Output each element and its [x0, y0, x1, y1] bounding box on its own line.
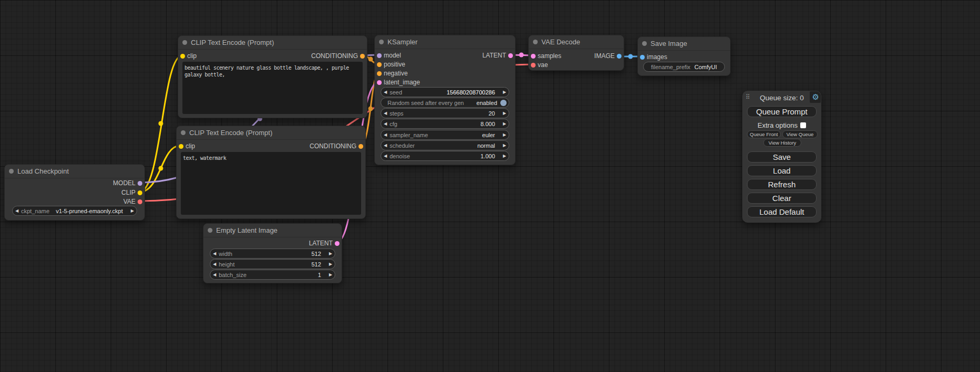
arrow-left-icon[interactable]: ◀: [210, 251, 219, 256]
arrow-right-icon[interactable]: ▶: [326, 272, 335, 277]
arrow-right-icon[interactable]: ▶: [500, 111, 509, 116]
collapse-dot-icon[interactable]: [379, 40, 384, 44]
arrow-left-icon[interactable]: ◀: [381, 132, 390, 137]
refresh-button[interactable]: Refresh: [747, 179, 817, 190]
negative-prompt-textarea[interactable]: text, watermark: [181, 152, 361, 215]
model-output-dot[interactable]: [138, 181, 142, 186]
collapse-dot-icon[interactable]: [533, 40, 538, 44]
positive-prompt-textarea[interactable]: beautiful scenery nature glass bottle la…: [182, 62, 363, 114]
collapse-dot-icon[interactable]: [9, 169, 14, 174]
ckpt-name-widget[interactable]: ◀ ckpt_name v1-5-pruned-emaonly.ckpt ▶: [12, 206, 137, 216]
node-title[interactable]: VAE Decode: [529, 35, 624, 49]
collapse-dot-icon[interactable]: [208, 228, 212, 233]
arrow-right-icon[interactable]: ▶: [500, 143, 509, 148]
node-clip-text-encode-positive[interactable]: CLIP Text Encode (Prompt) clip CONDITION…: [178, 35, 367, 118]
gear-icon[interactable]: ⚙: [812, 92, 819, 102]
node-save-image[interactable]: Save Image images filename_prefix ComfyU…: [637, 36, 731, 76]
arrow-left-icon[interactable]: ◀: [13, 208, 21, 213]
node-empty-latent-image[interactable]: Empty Latent Image LATENT ◀ width 512 ▶ …: [203, 223, 342, 283]
node-title[interactable]: Save Image: [638, 37, 730, 51]
node-title-text: VAE Decode: [541, 38, 580, 46]
clear-button[interactable]: Clear: [747, 193, 817, 204]
latent-output-dot[interactable]: [335, 241, 339, 246]
toggle-circle-icon[interactable]: [500, 100, 507, 106]
arrow-right-icon[interactable]: ▶: [500, 121, 509, 126]
node-clip-text-encode-negative[interactable]: CLIP Text Encode (Prompt) clip CONDITION…: [176, 126, 366, 219]
node-title[interactable]: Load Checkpoint: [5, 165, 144, 178]
arrow-left-icon[interactable]: ◀: [381, 111, 390, 116]
input-slot-latent-image: latent_image: [384, 78, 420, 87]
vae-output-dot[interactable]: [138, 199, 142, 204]
load-button[interactable]: Load: [747, 165, 817, 176]
node-title[interactable]: CLIP Text Encode (Prompt): [177, 126, 365, 140]
vae-input-dot[interactable]: [531, 63, 536, 68]
random-seed-toggle-widget[interactable]: Random seed after every gen enabled: [381, 98, 509, 108]
arrow-left-icon[interactable]: ◀: [381, 154, 390, 158]
conditioning-output-dot[interactable]: [358, 144, 363, 149]
node-graph-canvas[interactable]: Load Checkpoint MODEL CLIP VAE ◀ ckpt_na…: [0, 0, 980, 372]
arrow-left-icon[interactable]: ◀: [210, 262, 219, 266]
queue-front-button[interactable]: Queue Front: [747, 130, 781, 138]
queue-prompt-button[interactable]: Queue Prompt: [747, 106, 817, 117]
node-title-text: KSampler: [387, 38, 418, 46]
latent-output-dot[interactable]: [508, 53, 513, 58]
input-slot-clip: clip: [187, 52, 197, 60]
node-title[interactable]: Empty Latent Image: [203, 224, 342, 237]
conditioning-output-dot[interactable]: [360, 54, 365, 59]
collapse-dot-icon[interactable]: [182, 40, 187, 45]
denoise-widget[interactable]: ◀ denoise 1.000 ▶: [381, 151, 509, 161]
output-slot-model: MODEL: [113, 179, 135, 187]
view-history-button[interactable]: View History: [763, 139, 801, 147]
node-title[interactable]: CLIP Text Encode (Prompt): [178, 36, 367, 50]
node-title-text: CLIP Text Encode (Prompt): [191, 39, 274, 46]
load-default-button[interactable]: Load Default: [747, 206, 817, 217]
input-slot-clip: clip: [186, 142, 195, 150]
extra-options-checkbox[interactable]: [800, 122, 806, 128]
view-queue-button[interactable]: View Queue: [782, 130, 818, 138]
node-load-checkpoint[interactable]: Load Checkpoint MODEL CLIP VAE ◀ ckpt_na…: [4, 164, 145, 221]
node-title-text: Empty Latent Image: [216, 226, 277, 234]
clip-output-dot[interactable]: [138, 190, 142, 195]
image-output-dot[interactable]: [617, 54, 622, 59]
arrow-left-icon[interactable]: ◀: [381, 90, 390, 94]
node-ksampler[interactable]: KSampler model positive negative latent_…: [374, 35, 516, 165]
input-slot-model: model: [384, 51, 401, 60]
scheduler-widget[interactable]: ◀ scheduler normal ▶: [381, 140, 509, 150]
positive-input-dot[interactable]: [377, 62, 382, 67]
seed-widget[interactable]: ◀ seed 156680208700286 ▶: [381, 87, 509, 97]
clip-input-dot[interactable]: [180, 54, 185, 59]
samples-input-dot[interactable]: [531, 54, 536, 59]
sampler-name-widget[interactable]: ◀ sampler_name euler ▶: [381, 130, 509, 140]
link-dot: [628, 54, 633, 59]
node-vae-decode[interactable]: VAE Decode samples vae IMAGE: [528, 35, 624, 71]
output-slot-conditioning: CONDITIONING: [309, 142, 356, 150]
arrow-right-icon[interactable]: ▶: [128, 208, 137, 213]
arrow-left-icon[interactable]: ◀: [210, 272, 219, 277]
node-title[interactable]: KSampler: [375, 35, 515, 49]
arrow-right-icon[interactable]: ▶: [500, 154, 509, 158]
collapse-dot-icon[interactable]: [181, 130, 186, 135]
cfg-widget[interactable]: ◀ cfg 8.000 ▶: [381, 119, 509, 129]
batch-size-widget[interactable]: ◀ batch_size 1 ▶: [210, 270, 335, 280]
height-widget[interactable]: ◀ height 512 ▶: [210, 259, 335, 269]
latent-image-input-dot[interactable]: [377, 80, 382, 85]
queue-panel: ⠿ Queue size: 0 ⚙ Queue Prompt Extra opt…: [742, 91, 821, 223]
arrow-right-icon[interactable]: ▶: [326, 251, 335, 256]
arrow-left-icon[interactable]: ◀: [381, 121, 390, 126]
input-slot-samples: samples: [538, 52, 561, 60]
steps-widget[interactable]: ◀ steps 20 ▶: [381, 108, 509, 118]
filename-prefix-widget[interactable]: filename_prefix ComfyUI: [643, 62, 725, 72]
clip-input-dot[interactable]: [179, 144, 183, 149]
images-input-dot[interactable]: [640, 55, 645, 60]
width-widget[interactable]: ◀ width 512 ▶: [210, 249, 335, 259]
arrow-right-icon[interactable]: ▶: [500, 90, 509, 94]
save-button[interactable]: Save: [747, 151, 817, 163]
arrow-right-icon[interactable]: ▶: [326, 262, 335, 266]
arrow-left-icon[interactable]: ◀: [381, 143, 390, 148]
collapse-dot-icon[interactable]: [642, 41, 647, 46]
negative-input-dot[interactable]: [377, 71, 382, 76]
input-slot-positive: positive: [384, 60, 405, 69]
model-input-dot[interactable]: [377, 53, 382, 58]
arrow-right-icon[interactable]: ▶: [500, 132, 509, 137]
link-dot: [368, 107, 373, 111]
